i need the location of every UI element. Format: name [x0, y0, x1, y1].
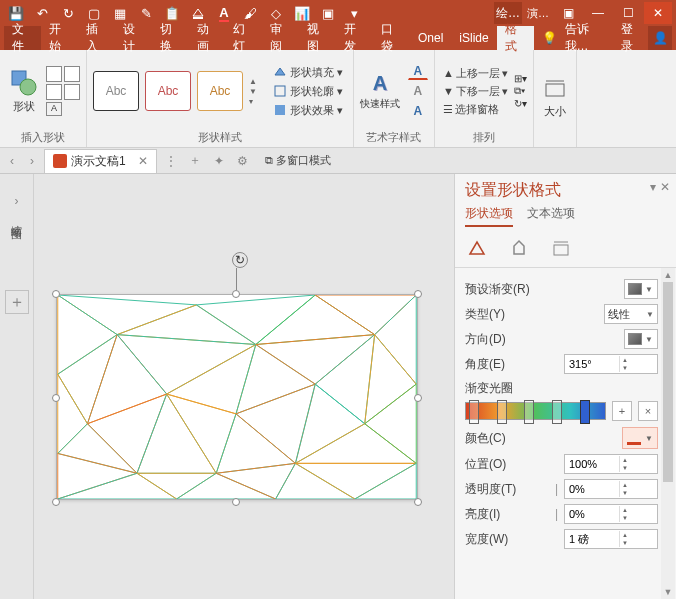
align-icon[interactable]: ⊞▾ — [514, 73, 527, 84]
resize-handle-w[interactable] — [52, 394, 60, 402]
tab-transitions[interactable]: 切换 — [152, 26, 189, 50]
size-props-icon[interactable] — [549, 237, 573, 261]
angle-spinner[interactable]: ▲▼ — [564, 354, 658, 374]
document-name: 演示文稿1 — [71, 153, 126, 170]
login-button[interactable]: 登录 — [613, 26, 648, 50]
scroll-thumb[interactable] — [663, 282, 673, 482]
share-icon[interactable]: 👤 — [648, 26, 672, 50]
size-button[interactable]: 大小 — [540, 78, 570, 119]
selected-shape[interactable] — [56, 294, 418, 500]
preset-gradient-combo[interactable]: ▼ — [624, 279, 658, 299]
tab-onel[interactable]: Onel — [410, 26, 451, 50]
add-stop-button[interactable]: + — [612, 401, 632, 421]
color-combo[interactable]: ▼ — [622, 427, 658, 449]
type-combo[interactable]: 线性▼ — [604, 304, 658, 324]
pane-tab-text[interactable]: 文本选项 — [527, 205, 575, 227]
tab-home[interactable]: 开始 — [41, 26, 78, 50]
canvas[interactable]: ↻ — [34, 174, 454, 599]
pane-tab-shape[interactable]: 形状选项 — [465, 205, 513, 227]
shape-outline-button[interactable]: 形状轮廓 ▾ — [269, 83, 347, 100]
rotate-icon[interactable]: ↻▾ — [514, 98, 527, 109]
gradient-slider[interactable] — [465, 402, 606, 420]
star-icon[interactable]: ✦ — [209, 154, 229, 168]
text-effects-icon[interactable]: A — [408, 102, 428, 120]
text-outline-icon[interactable]: A — [408, 82, 428, 100]
effects-icon[interactable] — [507, 237, 531, 261]
transparency-input[interactable] — [565, 483, 619, 495]
gallery-down-icon[interactable]: ▼ — [249, 87, 257, 96]
style-preset-3[interactable]: Abc — [197, 71, 243, 111]
transparency-sep: | — [555, 482, 558, 496]
gradient-stop-3[interactable] — [524, 400, 534, 424]
document-tab[interactable]: 演示文稿1 ✕ — [44, 149, 157, 173]
transparency-spinner[interactable]: ▲▼ — [564, 479, 658, 499]
gradient-stop-1[interactable] — [469, 400, 479, 424]
resize-handle-s[interactable] — [232, 498, 240, 506]
tabs-left-icon[interactable]: ‹ — [4, 154, 20, 168]
tab-view[interactable]: 视图 — [299, 26, 336, 50]
pane-dropdown-icon[interactable]: ▾ — [650, 180, 656, 194]
textbox-icon[interactable]: A — [46, 102, 62, 116]
new-tab-icon[interactable]: ＋ — [185, 152, 205, 169]
bring-forward-button[interactable]: ▲ 上移一层 ▾ — [441, 65, 510, 82]
tab-insert[interactable]: 插入 — [78, 26, 115, 50]
tab-review[interactable]: 审阅 — [262, 26, 299, 50]
direction-combo[interactable]: ▼ — [624, 329, 658, 349]
shape-effects-button[interactable]: 形状效果 ▾ — [269, 102, 347, 119]
rotation-handle[interactable]: ↻ — [232, 252, 248, 268]
multiwindow-button[interactable]: ⧉ 多窗口模式 — [265, 153, 331, 168]
tab-islide[interactable]: iSlide — [451, 26, 496, 50]
style-preset-1[interactable]: Abc — [93, 71, 139, 111]
send-backward-button[interactable]: ▼ 下移一层 ▾ — [441, 83, 510, 100]
expand-thumbnails-icon[interactable]: › — [15, 194, 19, 208]
add-slide-button[interactable]: ＋ — [5, 290, 29, 314]
shape-style-gallery[interactable]: Abc Abc Abc — [93, 71, 243, 111]
tab-close-icon[interactable]: ✕ — [138, 154, 148, 168]
remove-stop-button[interactable]: × — [638, 401, 658, 421]
brightness-spinner[interactable]: ▲▼ — [564, 504, 658, 524]
tabs-right-icon[interactable]: › — [24, 154, 40, 168]
shape-mini-gallery[interactable] — [46, 66, 80, 100]
shape-fill-button[interactable]: 形状填充 ▾ — [269, 64, 347, 81]
resize-handle-ne[interactable] — [414, 290, 422, 298]
text-fill-icon[interactable]: A — [408, 62, 428, 80]
gradient-stop-5[interactable] — [580, 400, 590, 424]
tab-format[interactable]: 格式 — [497, 26, 534, 50]
quick-styles-button[interactable]: A 快速样式 — [360, 72, 400, 111]
width-input[interactable] — [565, 533, 619, 545]
resize-handle-e[interactable] — [414, 394, 422, 402]
close-icon[interactable]: ✕ — [644, 2, 672, 24]
tab-file[interactable]: 文件 — [4, 26, 41, 50]
fill-line-icon[interactable] — [465, 237, 489, 261]
gallery-more-icon[interactable]: ▾ — [249, 97, 257, 106]
tab-menu-icon[interactable]: ⋮ — [161, 154, 181, 168]
tab-slideshow[interactable]: 幻灯 — [225, 26, 262, 50]
group-icon[interactable]: ⧉▾ — [514, 85, 527, 97]
tab-design[interactable]: 设计 — [115, 26, 152, 50]
tab-animations[interactable]: 动画 — [189, 26, 226, 50]
gradient-stop-4[interactable] — [552, 400, 562, 424]
tell-me[interactable]: 💡 告诉我… — [534, 26, 613, 50]
position-spinner[interactable]: ▲▼ — [564, 454, 658, 474]
scroll-up-icon[interactable]: ▲ — [661, 268, 675, 282]
selection-pane-button[interactable]: ☰ 选择窗格 — [441, 101, 510, 118]
gradient-stop-2[interactable] — [497, 400, 507, 424]
position-input[interactable] — [565, 458, 619, 470]
width-spinner[interactable]: ▲▼ — [564, 529, 658, 549]
ppt-icon — [53, 154, 67, 168]
style-preset-2[interactable]: Abc — [145, 71, 191, 111]
resize-handle-nw[interactable] — [52, 290, 60, 298]
pane-close-icon[interactable]: ✕ — [660, 180, 670, 194]
tab-developer[interactable]: 开发 — [336, 26, 373, 50]
tab-pocket[interactable]: 口袋 — [373, 26, 410, 50]
pane-scrollbar[interactable]: ▲ ▼ — [661, 268, 675, 599]
resize-handle-se[interactable] — [414, 498, 422, 506]
shape-gallery-button[interactable]: 形状 — [6, 69, 42, 114]
gallery-up-icon[interactable]: ▲ — [249, 77, 257, 86]
scroll-down-icon[interactable]: ▼ — [661, 585, 675, 599]
gear-icon[interactable]: ⚙ — [233, 154, 253, 168]
resize-handle-n[interactable] — [232, 290, 240, 298]
brightness-input[interactable] — [565, 508, 619, 520]
angle-input[interactable] — [565, 358, 619, 370]
resize-handle-sw[interactable] — [52, 498, 60, 506]
